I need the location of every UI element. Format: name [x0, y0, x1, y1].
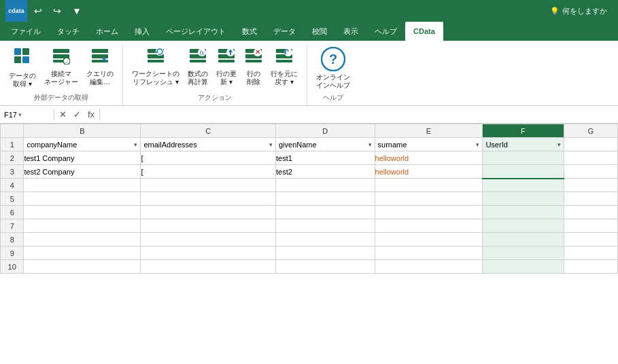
cell-B6[interactable] [24, 206, 141, 219]
cell-G5[interactable] [564, 192, 617, 206]
cell-C4[interactable] [141, 179, 276, 192]
tab-insert[interactable]: 挿入 [126, 22, 158, 41]
cell-G2[interactable] [564, 151, 617, 165]
col-header-D[interactable]: D [276, 124, 375, 138]
col-header-B[interactable]: B [24, 124, 141, 138]
cell-G8[interactable] [564, 233, 617, 247]
cell-D7[interactable] [276, 219, 375, 233]
cell-D10[interactable] [276, 260, 375, 274]
cell-B10[interactable] [24, 260, 141, 274]
tab-formula[interactable]: 数式 [234, 22, 265, 41]
cell-D2[interactable]: test1 [276, 151, 375, 165]
col-header-F[interactable]: F [483, 124, 564, 138]
tab-help[interactable]: ヘルプ [366, 22, 405, 41]
cell-E5[interactable] [375, 192, 483, 206]
cell-G6[interactable] [564, 206, 617, 219]
cell-E1-dropdown[interactable]: ▾ [476, 141, 479, 148]
tab-cdata[interactable]: CData [405, 22, 443, 41]
tab-page-layout[interactable]: ページレイアウト [158, 22, 234, 41]
tab-data[interactable]: データ [265, 22, 304, 41]
customize-button[interactable]: ▼ [68, 4, 86, 18]
cell-G7[interactable] [564, 219, 617, 233]
cell-E1[interactable]: surname ▾ [375, 138, 483, 151]
cell-C10[interactable] [141, 260, 276, 274]
cell-B3[interactable]: test2 Company [24, 165, 141, 179]
redo-button[interactable]: ↪ [49, 4, 65, 18]
cell-B4[interactable] [24, 179, 141, 192]
col-header-C[interactable]: C [141, 124, 276, 138]
tab-file[interactable]: ファイル [3, 22, 49, 41]
cell-G3[interactable] [564, 165, 617, 179]
cell-F8[interactable] [483, 233, 564, 247]
cell-F1-dropdown[interactable]: ▾ [557, 141, 561, 148]
formula-input[interactable] [100, 109, 618, 120]
formula-cancel-btn[interactable]: ✕ [57, 109, 69, 120]
cell-D3[interactable]: test2 [276, 165, 375, 179]
cell-G9[interactable] [564, 247, 617, 260]
formula-fx-btn[interactable]: fx [86, 109, 97, 120]
cell-ref-dropdown-icon[interactable]: ▾ [18, 111, 22, 118]
tab-review[interactable]: 校閲 [304, 22, 335, 41]
refresh-worksheet-button[interactable]: ワークシートのリフレッシュ ▾ [128, 45, 183, 88]
update-button[interactable]: 行の更新 ▾ [213, 45, 240, 88]
cell-D9[interactable] [276, 247, 375, 260]
cell-E2[interactable]: helloworld [375, 151, 483, 165]
cell-C2[interactable]: [ [141, 151, 276, 165]
cell-F4[interactable] [483, 179, 564, 192]
cell-B9[interactable] [24, 247, 141, 260]
cell-F6[interactable] [483, 206, 564, 219]
cell-E8[interactable] [375, 233, 483, 247]
cell-C1[interactable]: emailAddresses ▾ [141, 138, 276, 151]
cell-E7[interactable] [375, 219, 483, 233]
cell-F5[interactable] [483, 192, 564, 206]
cell-D1[interactable]: givenName ▾ [276, 138, 375, 151]
cell-E4[interactable] [375, 179, 483, 192]
cell-E3[interactable]: helloworld [375, 165, 483, 179]
undo-button[interactable]: ↩ [30, 4, 46, 18]
cell-C3[interactable]: [ [141, 165, 276, 179]
cell-F2[interactable] [483, 151, 564, 165]
cell-C7[interactable] [141, 219, 276, 233]
cell-D4[interactable] [276, 179, 375, 192]
cell-E10[interactable] [375, 260, 483, 274]
get-data-button[interactable]: データの取得 ▾ [5, 45, 39, 90]
cell-G1[interactable] [564, 138, 617, 151]
cell-D1-dropdown[interactable]: ▾ [368, 141, 372, 148]
cell-B5[interactable] [24, 192, 141, 206]
query-edit-button[interactable]: クエリの編集… [83, 45, 117, 88]
cell-E6[interactable] [375, 206, 483, 219]
cell-reference[interactable]: F17 ▾ [0, 109, 54, 120]
cell-B8[interactable] [24, 233, 141, 247]
recalc-button[interactable]: fx 数式の再計算 [184, 45, 211, 88]
tab-view[interactable]: 表示 [335, 22, 366, 41]
restore-button[interactable]: 行を元に戻す ▾ [267, 45, 301, 88]
online-help-button[interactable]: ? オンラインインヘルプ [313, 45, 354, 92]
cell-C1-dropdown[interactable]: ▾ [269, 141, 273, 148]
cell-G4[interactable] [564, 179, 617, 192]
cell-C8[interactable] [141, 233, 276, 247]
cell-F1[interactable]: UserId ▾ [483, 138, 564, 151]
cell-E9[interactable] [375, 247, 483, 260]
cell-F7[interactable] [483, 219, 564, 233]
cell-C6[interactable] [141, 206, 276, 219]
cell-D8[interactable] [276, 233, 375, 247]
cell-B1[interactable]: companyName ▾ [24, 138, 141, 151]
cell-B2[interactable]: test1 Company [24, 151, 141, 165]
cell-G10[interactable] [564, 260, 617, 274]
col-header-G[interactable]: G [564, 124, 617, 138]
connection-mgr-button[interactable]: ↔ 接続マネージャー [41, 45, 82, 88]
cell-F3[interactable] [483, 165, 564, 179]
cell-C9[interactable] [141, 247, 276, 260]
tab-touch[interactable]: タッチ [49, 22, 88, 41]
col-header-E[interactable]: E [375, 124, 483, 138]
formula-confirm-btn[interactable]: ✓ [71, 109, 83, 120]
cell-C5[interactable] [141, 192, 276, 206]
cell-D5[interactable] [276, 192, 375, 206]
cell-F9[interactable] [483, 247, 564, 260]
cell-B1-dropdown[interactable]: ▾ [134, 141, 137, 148]
tab-home[interactable]: ホーム [88, 22, 126, 41]
cell-D6[interactable] [276, 206, 375, 219]
cell-B7[interactable] [24, 219, 141, 233]
cell-F10[interactable] [483, 260, 564, 274]
delete-button[interactable]: ✕ 行の削除 [241, 45, 266, 88]
